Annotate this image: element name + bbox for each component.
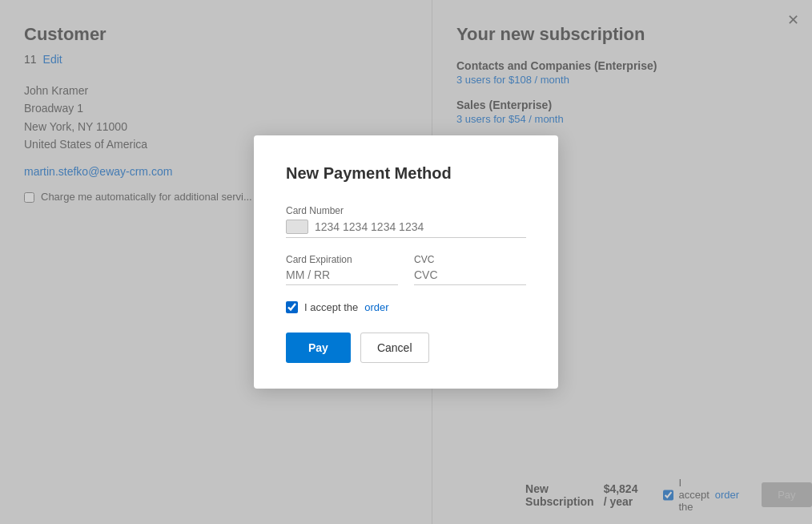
modal-cancel-button[interactable]: Cancel <box>360 333 429 363</box>
expiration-input[interactable] <box>286 268 398 285</box>
cvc-input[interactable] <box>414 268 526 285</box>
modal-accept-checkbox[interactable] <box>286 301 298 313</box>
modal-accept-row: I accept the order <box>286 301 526 313</box>
cvc-label: CVC <box>414 254 526 265</box>
card-number-label: Card Number <box>286 205 526 216</box>
expiry-cvc-row: Card Expiration CVC <box>286 254 526 301</box>
modal-order-link[interactable]: order <box>364 301 388 313</box>
cvc-group: CVC <box>414 254 526 285</box>
card-number-wrapper <box>286 220 526 238</box>
modal-pay-button[interactable]: Pay <box>286 333 351 363</box>
credit-card-icon <box>286 220 308 234</box>
modal-overlay: New Payment Method Card Number Card Expi… <box>0 0 812 524</box>
modal-accept-text: I accept the <box>304 301 358 313</box>
card-number-input[interactable] <box>315 220 526 233</box>
modal-actions: Pay Cancel <box>286 333 526 363</box>
card-number-group: Card Number <box>286 205 526 238</box>
expiration-label: Card Expiration <box>286 254 398 265</box>
expiration-group: Card Expiration <box>286 254 398 285</box>
modal-title: New Payment Method <box>286 164 526 183</box>
payment-modal: New Payment Method Card Number Card Expi… <box>254 135 558 389</box>
